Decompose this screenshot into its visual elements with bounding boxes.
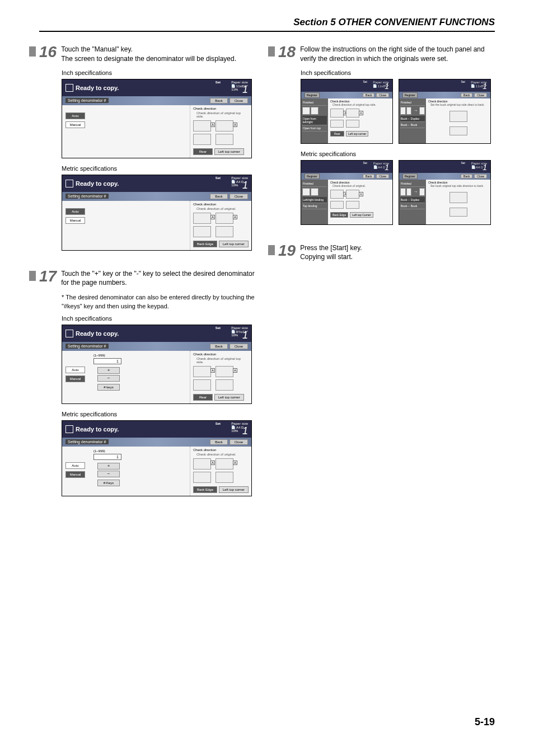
direction-icon-3[interactable]: [193, 226, 211, 237]
register-button[interactable]: Register: [305, 92, 320, 98]
direction-icon-4[interactable]: [216, 379, 233, 391]
hash-keys-button[interactable]: # keys: [97, 384, 120, 391]
book-book[interactable]: Book→ Book: [400, 203, 425, 209]
book-duplex[interactable]: Book→ Duplex: [400, 197, 425, 203]
direction-icon-4[interactable]: [346, 120, 359, 128]
check-sub: Set the book original top side direct to…: [428, 103, 488, 106]
close-button[interactable]: Close: [376, 174, 389, 179]
top-binding[interactable]: Top binding: [302, 203, 327, 209]
set-label: Set: [216, 326, 221, 330]
left-top-button[interactable]: Left top corner: [219, 241, 249, 247]
direction-icon-4[interactable]: [216, 226, 233, 237]
count-one: 1: [385, 163, 389, 172]
auto-button[interactable]: Auto: [65, 112, 85, 119]
finished-label: Finished: [302, 100, 327, 106]
ready-title: Ready to copy.: [76, 426, 119, 433]
rear-button[interactable]: Rear: [330, 131, 344, 137]
check-sub: Check direction of original top side.: [193, 357, 249, 364]
direction-icon-a[interactable]: A: [193, 458, 211, 469]
rear-button[interactable]: Rear: [193, 394, 213, 401]
back-button[interactable]: Back: [210, 98, 227, 104]
screen-18-inch-right: Paper size📄 11x8½" Set 1 Register Back C…: [399, 79, 491, 144]
minus-button[interactable]: −: [97, 471, 120, 477]
manual-button[interactable]: Manual: [65, 217, 85, 224]
direction-icon-3[interactable]: [330, 201, 344, 209]
close-button[interactable]: Close: [229, 439, 248, 445]
left-top-button[interactable]: Left top corner: [219, 486, 249, 493]
auto-button[interactable]: Auto: [65, 367, 85, 373]
doc-icon: [65, 84, 73, 92]
manual-button[interactable]: Manual: [65, 121, 85, 128]
hash-keys-button[interactable]: #-Keys: [97, 480, 120, 486]
open-from-lr[interactable]: Open from left/right: [302, 116, 327, 125]
direction-icon-a[interactable]: A: [330, 109, 344, 118]
close-button[interactable]: Close: [229, 344, 248, 349]
direction-icon-a[interactable]: A: [193, 120, 211, 132]
close-button[interactable]: Close: [229, 194, 248, 199]
lr-binding[interactable]: Left/right binding: [302, 197, 327, 203]
left-top-button[interactable]: Left top Corner: [350, 212, 373, 218]
direction-icon-4[interactable]: [346, 201, 359, 209]
back-button[interactable]: Back: [210, 194, 227, 199]
auto-button[interactable]: Auto: [65, 462, 85, 469]
book-duplex[interactable]: Book→ Duplex: [400, 116, 425, 122]
back-edge-button[interactable]: Back Edge: [330, 212, 348, 218]
back-edge-button[interactable]: Back Edge: [193, 241, 217, 247]
metric-label: Metric specifications: [62, 411, 256, 417]
manual-button[interactable]: Manual: [65, 375, 85, 382]
direction-icon-a2[interactable]: A: [216, 213, 233, 224]
back-button[interactable]: Back: [363, 93, 374, 97]
direction-icon-a[interactable]: A: [193, 366, 211, 377]
register-button[interactable]: Register: [402, 173, 418, 179]
direction-icon-3[interactable]: [193, 379, 211, 391]
direction-icon-a[interactable]: A: [193, 213, 211, 224]
direction-icon-a2[interactable]: A: [216, 458, 233, 469]
direction-icon-3[interactable]: [330, 120, 344, 128]
auto-button[interactable]: Auto: [65, 208, 85, 215]
direction-icon-4[interactable]: [216, 472, 233, 483]
close-button[interactable]: Close: [229, 98, 248, 104]
denominator-input[interactable]: 1: [93, 454, 121, 460]
back-button[interactable]: Back: [210, 439, 227, 445]
direction-icon-a2[interactable]: A: [216, 366, 233, 377]
register-button[interactable]: Register: [305, 173, 320, 179]
rear-button[interactable]: Rear: [193, 148, 213, 155]
plus-button[interactable]: +: [97, 463, 120, 469]
left-top-button[interactable]: Left top corner: [214, 148, 244, 155]
left-top-button[interactable]: Left top corner: [214, 394, 244, 401]
direction-icon-4[interactable]: [216, 134, 233, 145]
left-top-button[interactable]: Left top corner: [346, 131, 368, 137]
book-direction-icon-2: [449, 126, 467, 135]
direction-icon-3[interactable]: [193, 134, 211, 145]
close-button[interactable]: Close: [474, 93, 487, 97]
back-button[interactable]: Back: [461, 174, 472, 179]
close-button[interactable]: Close: [474, 174, 487, 179]
arrow-icon: →: [413, 189, 418, 194]
back-button[interactable]: Back: [461, 93, 472, 97]
back-button[interactable]: Back: [210, 344, 227, 349]
minus-button[interactable]: −: [97, 375, 120, 382]
count-one: 1: [242, 425, 248, 437]
direction-icon-a[interactable]: A: [330, 190, 344, 199]
direction-icon-a2[interactable]: A: [346, 109, 359, 118]
arrow-icon: →: [413, 108, 418, 113]
check-sub: Check direction of original.: [330, 184, 390, 187]
pct: 10%: [231, 429, 238, 433]
check-direction: Check direction: [193, 203, 249, 206]
screen-17-metric: Ready to copy. Paper size📄 A4 D10% Set 1…: [62, 420, 252, 496]
manual-button[interactable]: Manual: [65, 471, 85, 478]
denominator-input[interactable]: 1: [93, 358, 121, 364]
close-button[interactable]: Close: [376, 93, 389, 97]
back-edge-button[interactable]: Back Edge: [193, 486, 217, 493]
open-from-top[interactable]: Open from top: [302, 125, 327, 132]
direction-icon-a2[interactable]: A: [216, 120, 233, 132]
direction-icon-a2[interactable]: A: [346, 190, 359, 199]
book-direction-icon: [449, 192, 467, 203]
book-book[interactable]: Book→ Book: [400, 122, 425, 128]
direction-icon-3[interactable]: [193, 472, 211, 483]
back-button[interactable]: Back: [363, 174, 374, 179]
register-button[interactable]: Register: [402, 92, 418, 98]
plus-button[interactable]: +: [97, 367, 120, 374]
finished-label: Finished: [400, 181, 425, 187]
pct: 10%: [231, 184, 238, 187]
